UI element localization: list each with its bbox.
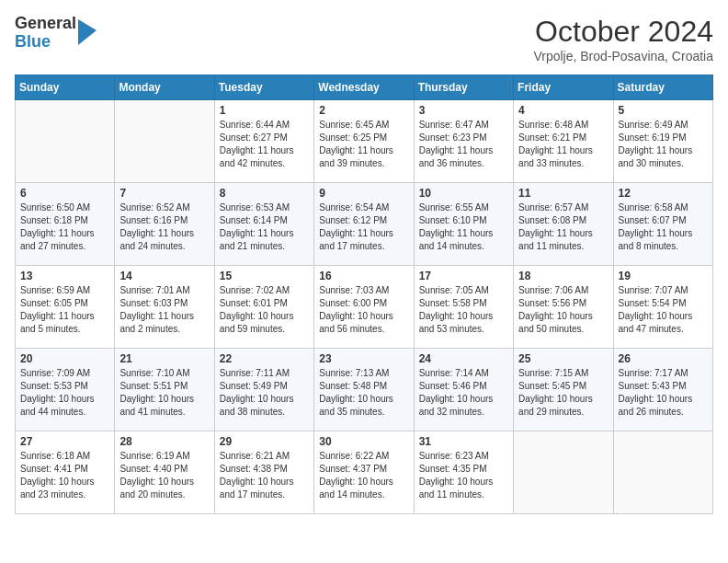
calendar-day-cell: 7Sunrise: 6:52 AM Sunset: 6:16 PM Daylig…: [115, 183, 214, 266]
calendar-day-cell: 15Sunrise: 7:02 AM Sunset: 6:01 PM Dayli…: [214, 266, 313, 349]
calendar-day-cell: 16Sunrise: 7:03 AM Sunset: 6:00 PM Dayli…: [314, 266, 414, 349]
calendar-day-cell: 31Sunrise: 6:23 AM Sunset: 4:35 PM Dayli…: [414, 431, 513, 514]
day-number: 25: [518, 352, 608, 365]
day-number: 15: [220, 270, 309, 282]
day-number: 12: [619, 187, 708, 200]
day-info: Sunrise: 6:52 AM Sunset: 6:16 PM Dayligh…: [119, 201, 209, 253]
day-info: Sunrise: 6:45 AM Sunset: 6:25 PM Dayligh…: [319, 119, 408, 170]
calendar-week-row: 13Sunrise: 6:59 AM Sunset: 6:05 PM Dayli…: [16, 266, 713, 349]
calendar-day-cell: 5Sunrise: 6:49 AM Sunset: 6:19 PM Daylig…: [613, 100, 712, 183]
day-number: 31: [419, 435, 508, 448]
day-number: 5: [619, 104, 708, 117]
day-info: Sunrise: 7:14 AM Sunset: 5:46 PM Dayligh…: [419, 367, 508, 419]
day-info: Sunrise: 6:54 AM Sunset: 6:12 PM Dayligh…: [319, 201, 408, 253]
day-info: Sunrise: 6:19 AM Sunset: 4:40 PM Dayligh…: [119, 450, 209, 501]
calendar-day-cell: 24Sunrise: 7:14 AM Sunset: 5:46 PM Dayli…: [414, 349, 513, 431]
day-number: 11: [518, 187, 608, 200]
day-number: 27: [20, 435, 109, 448]
calendar-day-cell: [613, 431, 712, 514]
logo-text: General Blue: [15, 15, 76, 52]
day-number: 14: [119, 270, 209, 282]
day-number: 28: [119, 435, 209, 448]
day-number: 20: [20, 352, 109, 365]
weekday-header: Monday: [115, 75, 214, 100]
calendar-day-cell: 13Sunrise: 6:59 AM Sunset: 6:05 PM Dayli…: [16, 266, 115, 349]
calendar-day-cell: 28Sunrise: 6:19 AM Sunset: 4:40 PM Dayli…: [115, 431, 214, 514]
weekday-header: Thursday: [414, 75, 513, 100]
day-number: 24: [419, 352, 508, 365]
calendar-week-row: 20Sunrise: 7:09 AM Sunset: 5:53 PM Dayli…: [16, 349, 713, 431]
day-info: Sunrise: 6:58 AM Sunset: 6:07 PM Dayligh…: [619, 201, 708, 253]
calendar-day-cell: 22Sunrise: 7:11 AM Sunset: 5:49 PM Dayli…: [214, 349, 313, 431]
day-info: Sunrise: 6:48 AM Sunset: 6:21 PM Dayligh…: [518, 119, 608, 170]
calendar-day-cell: 18Sunrise: 7:06 AM Sunset: 5:56 PM Dayli…: [514, 266, 613, 349]
day-info: Sunrise: 6:44 AM Sunset: 6:27 PM Dayligh…: [220, 119, 309, 170]
logo: General Blue: [15, 15, 97, 52]
day-number: 19: [619, 270, 708, 282]
calendar-day-cell: 19Sunrise: 7:07 AM Sunset: 5:54 PM Dayli…: [613, 266, 712, 349]
day-number: 6: [20, 187, 109, 200]
calendar-week-row: 6Sunrise: 6:50 AM Sunset: 6:18 PM Daylig…: [16, 183, 713, 266]
day-info: Sunrise: 6:59 AM Sunset: 6:05 PM Dayligh…: [20, 284, 109, 336]
calendar-week-row: 1Sunrise: 6:44 AM Sunset: 6:27 PM Daylig…: [16, 100, 713, 183]
day-info: Sunrise: 6:18 AM Sunset: 4:41 PM Dayligh…: [20, 450, 109, 501]
calendar-day-cell: 8Sunrise: 6:53 AM Sunset: 6:14 PM Daylig…: [214, 183, 313, 266]
day-info: Sunrise: 6:55 AM Sunset: 6:10 PM Dayligh…: [419, 201, 508, 253]
weekday-header: Sunday: [16, 75, 115, 100]
calendar-header-row: SundayMondayTuesdayWednesdayThursdayFrid…: [16, 75, 713, 100]
day-number: 26: [619, 352, 708, 365]
logo-line2: Blue: [15, 33, 76, 52]
day-number: 22: [220, 352, 309, 365]
day-number: 23: [319, 352, 408, 365]
calendar-day-cell: 30Sunrise: 6:22 AM Sunset: 4:37 PM Dayli…: [314, 431, 414, 514]
calendar-day-cell: 4Sunrise: 6:48 AM Sunset: 6:21 PM Daylig…: [514, 100, 613, 183]
logo-icon: [78, 19, 97, 47]
weekday-header: Saturday: [613, 75, 712, 100]
calendar-week-row: 27Sunrise: 6:18 AM Sunset: 4:41 PM Dayli…: [16, 431, 713, 514]
day-number: 30: [319, 435, 408, 448]
day-info: Sunrise: 6:53 AM Sunset: 6:14 PM Dayligh…: [220, 201, 309, 253]
title-block: October 2024 Vrpolje, Brod-Posavina, Cro…: [533, 15, 713, 63]
calendar-day-cell: 17Sunrise: 7:05 AM Sunset: 5:58 PM Dayli…: [414, 266, 513, 349]
day-number: 1: [220, 104, 309, 117]
calendar-day-cell: 1Sunrise: 6:44 AM Sunset: 6:27 PM Daylig…: [214, 100, 313, 183]
day-number: 4: [518, 104, 608, 117]
day-info: Sunrise: 7:02 AM Sunset: 6:01 PM Dayligh…: [220, 284, 309, 336]
day-info: Sunrise: 7:10 AM Sunset: 5:51 PM Dayligh…: [119, 367, 209, 419]
calendar-day-cell: 20Sunrise: 7:09 AM Sunset: 5:53 PM Dayli…: [16, 349, 115, 431]
month-title: October 2024: [533, 15, 713, 49]
day-info: Sunrise: 6:50 AM Sunset: 6:18 PM Dayligh…: [20, 201, 109, 253]
day-info: Sunrise: 7:01 AM Sunset: 6:03 PM Dayligh…: [119, 284, 209, 336]
day-info: Sunrise: 6:49 AM Sunset: 6:19 PM Dayligh…: [619, 119, 708, 170]
calendar-table: SundayMondayTuesdayWednesdayThursdayFrid…: [15, 75, 713, 514]
calendar-day-cell: [16, 100, 115, 183]
calendar-day-cell: 14Sunrise: 7:01 AM Sunset: 6:03 PM Dayli…: [115, 266, 214, 349]
day-number: 17: [419, 270, 508, 282]
weekday-header: Tuesday: [214, 75, 313, 100]
calendar-day-cell: 10Sunrise: 6:55 AM Sunset: 6:10 PM Dayli…: [414, 183, 513, 266]
calendar-day-cell: 9Sunrise: 6:54 AM Sunset: 6:12 PM Daylig…: [314, 183, 414, 266]
day-info: Sunrise: 7:03 AM Sunset: 6:00 PM Dayligh…: [319, 284, 408, 336]
calendar-day-cell: 21Sunrise: 7:10 AM Sunset: 5:51 PM Dayli…: [115, 349, 214, 431]
day-info: Sunrise: 6:47 AM Sunset: 6:23 PM Dayligh…: [419, 119, 508, 170]
day-number: 29: [220, 435, 309, 448]
day-info: Sunrise: 6:23 AM Sunset: 4:35 PM Dayligh…: [419, 450, 508, 501]
calendar-day-cell: 11Sunrise: 6:57 AM Sunset: 6:08 PM Dayli…: [514, 183, 613, 266]
day-number: 13: [20, 270, 109, 282]
day-info: Sunrise: 7:17 AM Sunset: 5:43 PM Dayligh…: [619, 367, 708, 419]
calendar-day-cell: 25Sunrise: 7:15 AM Sunset: 5:45 PM Dayli…: [514, 349, 613, 431]
day-info: Sunrise: 7:05 AM Sunset: 5:58 PM Dayligh…: [419, 284, 508, 336]
day-number: 2: [319, 104, 408, 117]
day-info: Sunrise: 7:15 AM Sunset: 5:45 PM Dayligh…: [518, 367, 608, 419]
day-number: 8: [220, 187, 309, 200]
day-info: Sunrise: 6:57 AM Sunset: 6:08 PM Dayligh…: [518, 201, 608, 253]
calendar-day-cell: 6Sunrise: 6:50 AM Sunset: 6:18 PM Daylig…: [16, 183, 115, 266]
location-title: Vrpolje, Brod-Posavina, Croatia: [533, 49, 713, 63]
logo-line1: General: [15, 15, 76, 33]
day-number: 16: [319, 270, 408, 282]
day-info: Sunrise: 7:11 AM Sunset: 5:49 PM Dayligh…: [220, 367, 309, 419]
calendar-day-cell: 26Sunrise: 7:17 AM Sunset: 5:43 PM Dayli…: [613, 349, 712, 431]
calendar-day-cell: 29Sunrise: 6:21 AM Sunset: 4:38 PM Dayli…: [214, 431, 313, 514]
day-number: 10: [419, 187, 508, 200]
day-info: Sunrise: 7:13 AM Sunset: 5:48 PM Dayligh…: [319, 367, 408, 419]
